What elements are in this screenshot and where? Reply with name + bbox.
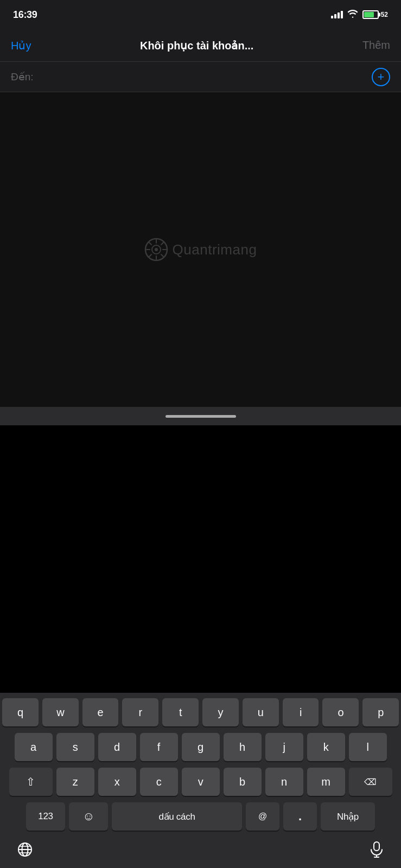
key-s[interactable]: s xyxy=(56,733,94,761)
key-j[interactable]: j xyxy=(265,733,303,761)
backspace-icon: ⌫ xyxy=(364,777,377,787)
key-c[interactable]: c xyxy=(140,768,178,796)
watermark: Quantrimang xyxy=(144,238,257,261)
key-b[interactable]: b xyxy=(224,768,262,796)
status-icons: 52 xyxy=(331,10,388,20)
key-l[interactable]: l xyxy=(349,733,387,761)
keyboard-row-1: q w e r t y u i o p xyxy=(2,698,399,726)
svg-line-10 xyxy=(149,254,151,257)
to-input[interactable] xyxy=(39,71,372,83)
main-content: Quantrimang xyxy=(0,92,401,407)
microphone-icon[interactable] xyxy=(370,841,384,861)
cancel-button[interactable]: Hủy xyxy=(11,39,31,52)
key-e[interactable]: e xyxy=(82,698,119,726)
key-x[interactable]: x xyxy=(98,768,136,796)
key-u[interactable]: u xyxy=(243,698,279,726)
svg-line-7 xyxy=(149,242,151,245)
at-key[interactable]: @ xyxy=(246,802,279,831)
keyboard-row-4: 123 ☺ dấu cách @ . Nhập xyxy=(2,802,399,831)
key-d[interactable]: d xyxy=(98,733,136,761)
home-indicator-bar xyxy=(166,415,236,418)
battery-level: 52 xyxy=(381,11,388,18)
key-o[interactable]: o xyxy=(322,698,359,726)
status-bar: 16:39 52 xyxy=(0,0,401,29)
svg-line-8 xyxy=(161,254,164,257)
shift-icon: ⇧ xyxy=(26,775,35,788)
signal-bars-icon xyxy=(331,11,343,18)
svg-point-2 xyxy=(155,248,158,251)
status-time: 16:39 xyxy=(13,9,37,21)
numbers-key[interactable]: 123 xyxy=(26,802,65,831)
emoji-key[interactable]: ☺ xyxy=(69,802,108,831)
home-indicator xyxy=(0,407,401,425)
nav-bar: Hủy Khôi phục tài khoản... Thêm xyxy=(0,29,401,62)
key-v[interactable]: v xyxy=(182,768,220,796)
svg-line-9 xyxy=(161,242,164,245)
space-key[interactable]: dấu cách xyxy=(112,802,242,831)
key-h[interactable]: h xyxy=(224,733,262,761)
key-q[interactable]: q xyxy=(2,698,39,726)
svg-rect-16 xyxy=(374,842,379,851)
key-k[interactable]: k xyxy=(307,733,345,761)
shift-key[interactable]: ⇧ xyxy=(9,768,53,796)
key-a[interactable]: a xyxy=(15,733,53,761)
key-n[interactable]: n xyxy=(265,768,303,796)
keyboard-row-2: a s d f g h j k l xyxy=(2,733,399,761)
watermark-logo-icon xyxy=(144,238,168,261)
battery-icon: 52 xyxy=(362,10,388,19)
globe-icon[interactable] xyxy=(17,842,33,861)
wifi-icon xyxy=(347,10,358,20)
add-button[interactable]: Thêm xyxy=(362,39,390,52)
keyboard-row-3: ⇧ z x c v b n m ⌫ xyxy=(2,768,399,796)
page-title: Khôi phục tài khoản... xyxy=(140,39,253,52)
key-w[interactable]: w xyxy=(42,698,79,726)
keyboard-bottom-bar xyxy=(2,837,399,868)
key-z[interactable]: z xyxy=(56,768,94,796)
key-p[interactable]: p xyxy=(362,698,399,726)
plus-icon: + xyxy=(378,71,385,83)
backspace-key[interactable]: ⌫ xyxy=(349,768,392,796)
watermark-text: Quantrimang xyxy=(173,241,257,258)
key-g[interactable]: g xyxy=(182,733,220,761)
key-m[interactable]: m xyxy=(307,768,345,796)
to-label: Đến: xyxy=(11,71,34,83)
dot-key[interactable]: . xyxy=(283,802,317,831)
key-t[interactable]: t xyxy=(162,698,199,726)
to-field: Đến: + xyxy=(0,62,401,92)
keyboard: q w e r t y u i o p a s d f g h j k l ⇧ … xyxy=(0,693,401,868)
enter-key[interactable]: Nhập xyxy=(321,802,375,831)
key-r[interactable]: r xyxy=(122,698,158,726)
key-f[interactable]: f xyxy=(140,733,178,761)
key-y[interactable]: y xyxy=(202,698,239,726)
add-recipient-button[interactable]: + xyxy=(372,68,390,86)
key-i[interactable]: i xyxy=(283,698,319,726)
